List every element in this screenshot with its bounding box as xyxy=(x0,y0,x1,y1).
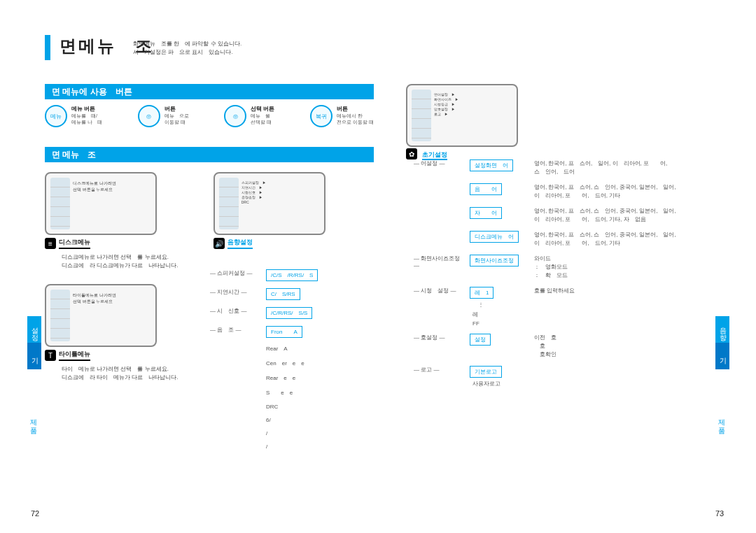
osd-screenshot-init: 언어설정 ▶화면사이즈 ▶시청등급 ▶암호설정 ▶로고 ▶ xyxy=(406,84,518,147)
remote-button-item: ◎ 버튼 메뉴 으로 이동할 때 xyxy=(138,105,189,127)
remote-button-text: 선택 버튼 메뉴 을 선택할 때 xyxy=(251,105,274,125)
section-buttons: 면 메뉴에 사용 버튼 메뉴 메뉴 버튼 메뉴를 때/ 메뉴를 나 때 ◎ 버튼… xyxy=(45,84,374,127)
remote-button-icon: ◎ xyxy=(224,105,246,127)
title-subtitle: 화면메뉴 조를 한 에 파악할 수 있습니다. 시 기설정은 파 으로 표시 있… xyxy=(133,40,241,57)
disk-menu-label: 디스크메뉴 xyxy=(59,238,90,249)
init-settings-tree: — 어설정 — 설정화면 어 영어, 한국어, 프 스어, 일어, 이 리아어,… xyxy=(414,159,702,395)
init-label: 초기설정 xyxy=(422,151,447,160)
remote-button-item: ◎ 선택 버튼 메뉴 을 선택할 때 xyxy=(224,105,274,127)
side-label-right: 제품 xyxy=(716,414,726,431)
tree-row: / xyxy=(210,430,330,436)
remote-button-text: 메뉴 버튼 메뉴를 때/ 메뉴를 나 때 xyxy=(71,105,102,125)
tree-row: Rear A xyxy=(210,345,330,353)
side-tab-label-r: 음향 xyxy=(715,316,729,343)
side-tab-label2: 기 xyxy=(27,343,41,369)
tree-row: / xyxy=(210,443,330,450)
sound-settings-tree: — 스피커설정 —/C/S /R/RS/ S— 지연시간 —C/ S/RS— 시… xyxy=(210,269,330,457)
remote-button-text: 버튼 메뉴 으로 이동할 때 xyxy=(164,105,189,125)
subhead-sound: 🔊 음향설정 xyxy=(214,238,326,249)
tree-row: 음 어 영어, 한국어, 프 스어, 스 인어, 중국어, 일본어, 일어,이 … xyxy=(414,183,702,200)
tree-row: — 스피커설정 —/C/S /R/RS/ S xyxy=(210,269,330,281)
subtitle-line2: 시 기설정은 파 으로 표시 있습니다. xyxy=(133,48,241,57)
tree-row: Cen er e e xyxy=(210,360,330,367)
title-menu-label: 타이틀메뉴 xyxy=(59,350,90,361)
side-tab-right: 음향 기 xyxy=(715,316,729,376)
side-tab-label: 설정 xyxy=(27,316,41,343)
tree-row: — 시 신호 —/C/R/RS/ S/S xyxy=(210,307,330,319)
subtitle-line1: 화면메뉴 조를 한 에 파악할 수 있습니다. xyxy=(133,40,241,48)
section-heading-buttons: 면 메뉴에 사용 버튼 xyxy=(45,84,374,99)
tree-row: — 화면사이즈조정 — 화면사이즈조정 와이드： 영화모드： 확 모드 xyxy=(414,255,702,280)
tree-row: S e e xyxy=(210,389,330,397)
osd-screenshot-disk: 디스크메뉴로 나가려면선택 버튼을 누르세요 xyxy=(45,172,157,235)
tree-row: 디스크메뉴 어 영어, 한국어, 프 스어, 스 인어, 중국어, 일본어, 일… xyxy=(414,231,702,248)
speaker-icon: 🔊 xyxy=(214,238,225,249)
tree-row: — 지연시간 —C/ S/RS xyxy=(210,288,330,300)
tree-row: — 호설정 — 설정 이전 호 호 호확인 xyxy=(414,334,702,359)
remote-button-item: 메뉴 메뉴 버튼 메뉴를 때/ 메뉴를 나 때 xyxy=(45,105,102,127)
title-icon: T xyxy=(45,350,56,361)
tree-row: Rear e e xyxy=(210,374,330,382)
remote-button-icon: 복귀 xyxy=(310,105,332,127)
page-number-left: 72 xyxy=(31,509,39,518)
side-label-left: 제품 xyxy=(28,414,38,431)
subhead-title-menu: T 타이틀메뉴 xyxy=(45,350,178,361)
title-accent-bar xyxy=(45,35,50,60)
subhead-disk-menu: ≡ 디스크메뉴 xyxy=(45,238,178,249)
remote-button-icon: ◎ xyxy=(138,105,160,127)
tree-row: DRC xyxy=(210,404,330,410)
osd-screenshot-sound: 스피커설정 ▶지연시간 ▶시험신호 ▶음량조정 ▶DRC xyxy=(214,172,326,235)
disk-note: 디스크메뉴로 나가려면 선택 를 누르세요. 디스크에 라 디스크메뉴가 다르 … xyxy=(45,253,178,270)
list-icon: ≡ xyxy=(45,238,56,249)
tree-row: — 음 조 —Fron A xyxy=(210,326,330,338)
remote-button-item: 복귀 버튼 메뉴에서 한 전으로 이동할 때 xyxy=(310,105,374,127)
remote-button-text: 버튼 메뉴에서 한 전으로 이동할 때 xyxy=(337,105,374,125)
osd-screenshot-title: 타이틀메뉴로 나가려면선택 버튼을 누르세요 xyxy=(45,284,157,347)
remote-button-icon: 메뉴 xyxy=(45,105,67,127)
sound-label: 음향설정 xyxy=(227,238,253,249)
tree-row: — 시청 설정 — 레 1 ⋮레FF 호를 입력하세요 xyxy=(414,287,702,327)
tree-row: 자 어 영어, 한국어, 프 스어, 스 인어, 중국어, 일본어, 일어,이 … xyxy=(414,207,702,224)
side-tab-left: 설정 기 xyxy=(27,316,41,376)
section-heading-structure: 면 메뉴 조 xyxy=(45,147,374,162)
tree-row: — 어설정 — 설정화면 어 영어, 한국어, 프 스어, 일어, 이 리아어,… xyxy=(414,159,702,176)
tree-row: — 로고 — 기본로고사용자로고 xyxy=(414,366,702,388)
page-number-right: 73 xyxy=(715,509,724,518)
gear-icon: ✿ xyxy=(406,148,417,159)
side-tab-label-r2: 기 xyxy=(715,343,729,369)
tree-row: 6/ xyxy=(210,417,330,423)
remote-button-row: 메뉴 메뉴 버튼 메뉴를 때/ 메뉴를 나 때 ◎ 버튼 메뉴 으로 이동할 때… xyxy=(45,105,374,127)
title-note: 타이 메뉴로 나가려면 선택 를 누르세요. 디스크에 라 타이 메뉴가 다르 … xyxy=(45,365,178,382)
subhead-init: ✿ 초기설정 xyxy=(406,148,447,159)
